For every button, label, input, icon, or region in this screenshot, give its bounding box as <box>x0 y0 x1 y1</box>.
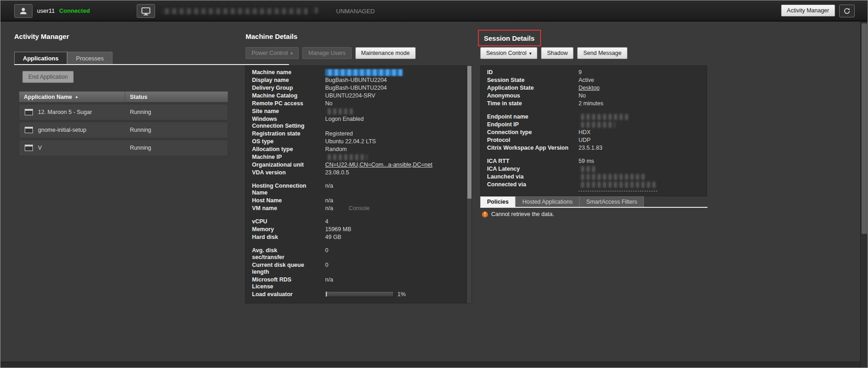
field-label: Load evaluator <box>252 291 325 298</box>
field-value: No <box>325 100 461 107</box>
field-text: Ubuntu 22.04.2 LTS <box>325 138 376 145</box>
field-text: n/a <box>325 183 333 189</box>
field-value <box>325 69 461 76</box>
field-label: Machine IP <box>252 154 325 161</box>
detail-row-ica-latency: ICA Latency <box>487 165 702 173</box>
redacted-icon <box>311 7 318 13</box>
activity-manager-title: Activity Manager <box>14 32 69 40</box>
field-label: ICA Latency <box>487 166 579 173</box>
detail-row-citrix-workspace-app-version: Citrix Workspace App Version23.5.1.83 <box>487 144 702 152</box>
field-text: 23.08.0.5 <box>325 169 349 176</box>
detail-row-endpoint-ip: Endpoint IP <box>487 121 702 129</box>
user-icon <box>14 4 32 18</box>
connection-status: Connected <box>59 7 90 14</box>
load-evaluator-fill <box>326 292 327 297</box>
shadow-button[interactable]: Shadow <box>541 47 573 59</box>
field-value <box>579 173 702 180</box>
field-label: Launched via <box>487 173 579 180</box>
top-bar: user11 Connected UNMANAGED Activity Mana… <box>0 0 868 22</box>
field-text: UBUNTU2204-SRV <box>325 92 375 99</box>
application-name: V <box>38 145 42 151</box>
field-label: Organizational unit <box>252 162 325 168</box>
redacted-value <box>579 182 657 188</box>
detail-row-machine-ip: Machine IP <box>252 153 461 161</box>
tab-hosted-applications[interactable]: Hosted Applications <box>515 196 579 207</box>
application-name: gnome-initial-setup <box>38 127 86 133</box>
tab-processes[interactable]: Processes <box>67 52 113 65</box>
field-label: vCPU <box>252 218 325 225</box>
applications-table: Application Name▲Status12. Maroon 5 - Su… <box>19 91 228 156</box>
detail-row-remote-pc-access: Remote PC accessNo <box>252 100 461 108</box>
application-row[interactable]: gnome-initial-setupRunning <box>19 122 228 138</box>
activity-manager-actions: End Application <box>22 71 74 83</box>
column-header-application-name[interactable]: Application Name▲ <box>19 92 125 102</box>
tab-applications[interactable]: Applications <box>14 52 67 65</box>
session-details-panel: ID9Session StateActiveApplication StateD… <box>480 65 707 196</box>
column-label: Application Name <box>24 94 72 100</box>
field-label: Site name <box>252 108 325 115</box>
maintenance-mode-button[interactable]: Maintenance mode <box>355 47 416 59</box>
warning-icon: ! <box>482 211 488 217</box>
application-status: Running <box>125 109 228 115</box>
machine-details-scrollbar[interactable] <box>466 65 472 303</box>
field-link[interactable]: CN=U22-MU,CN=Com...a-ansible,DC=net <box>325 162 432 168</box>
tab-smartaccess-filters[interactable]: SmartAccess Filters <box>579 196 644 207</box>
field-label: Connected via <box>487 181 579 191</box>
field-value <box>579 181 702 191</box>
end-application-button: End Application <box>22 71 74 83</box>
column-header-status[interactable]: Status <box>125 94 228 100</box>
refresh-icon[interactable] <box>839 5 855 17</box>
send-message-button[interactable]: Send Message <box>577 47 627 59</box>
field-label: Current disk queue length <box>252 262 325 276</box>
application-name-cell: V <box>19 145 125 151</box>
field-value: 49 GB <box>325 234 461 241</box>
detail-row-os-type: OS typeUbuntu 22.04.2 LTS <box>252 138 461 146</box>
field-value: 0 <box>325 262 461 276</box>
redacted-dotted-wrap <box>579 181 657 191</box>
activity-manager-tabs: ApplicationsProcesses <box>14 52 113 65</box>
application-row[interactable]: VRunning <box>19 140 228 156</box>
field-label: Host Name <box>252 197 325 204</box>
field-label: Endpoint name <box>487 114 579 120</box>
field-value: 9 <box>579 69 702 76</box>
field-label: Hard disk <box>252 234 325 241</box>
application-window-icon <box>25 145 33 151</box>
field-value: n/a <box>325 276 461 290</box>
field-label: ID <box>487 69 579 76</box>
field-text: BugBash-UBUNTU2204 <box>325 85 387 92</box>
redacted-value <box>579 174 647 180</box>
field-value: 59 ms <box>579 158 702 165</box>
caret-down-icon: ▾ <box>290 51 293 56</box>
field-text: 0 <box>325 262 328 269</box>
field-text: n/a <box>325 276 333 283</box>
tab-policies[interactable]: Policies <box>480 196 515 207</box>
detail-row-allocation-type: Allocation typeRandom <box>252 146 461 153</box>
field-label: Connection type <box>487 129 579 136</box>
field-value: n/aConsole <box>325 205 461 212</box>
detail-row-delivery-group: Delivery GroupBugBash-UBUNTU2204 <box>252 84 461 92</box>
field-text: No <box>579 92 586 99</box>
activity-manager-button[interactable]: Activity Manager <box>781 5 835 16</box>
field-label: VDA version <box>252 169 325 176</box>
field-text: n/a <box>325 205 333 212</box>
field-value: Active <box>579 77 702 84</box>
field-text: Logon Enabled <box>325 116 364 123</box>
scrollbar-thumb[interactable] <box>467 66 472 199</box>
application-row[interactable]: 12. Maroon 5 - SugarRunning <box>19 104 228 120</box>
bottom-strip <box>0 362 860 368</box>
field-text: Random <box>325 146 347 153</box>
console-link[interactable]: Console <box>348 205 370 212</box>
session-control-button[interactable]: Session Control▾ <box>480 47 537 59</box>
application-name-cell: 12. Maroon 5 - Sugar <box>19 109 125 115</box>
detail-row-protocol: ProtocolUDP <box>487 136 702 144</box>
button-label: Maintenance mode <box>361 50 410 56</box>
field-text: Registered <box>325 130 353 137</box>
field-label: Delivery Group <box>252 85 325 92</box>
session-details-title: Session Details <box>484 34 535 42</box>
scrollbar-thumb[interactable] <box>862 23 867 234</box>
field-label: OS type <box>252 138 325 145</box>
page-scrollbar[interactable] <box>860 22 868 368</box>
field-value: Ubuntu 22.04.2 LTS <box>325 138 461 145</box>
field-value: n/a <box>325 183 461 196</box>
field-link[interactable]: Desktop <box>579 85 600 92</box>
